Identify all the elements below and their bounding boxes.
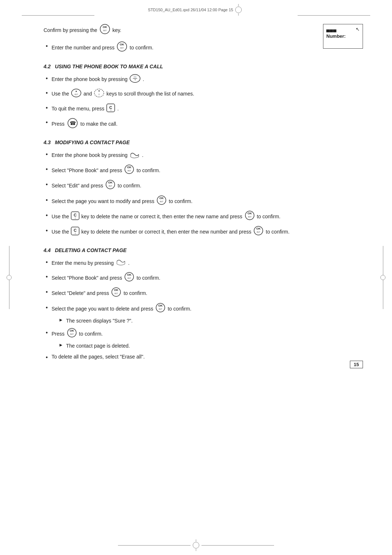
svg-text:OK: OK [114, 288, 118, 292]
page-container: STD150_AU_Ed01.qxd 26/11/04 12:00 Page 1… [0, 0, 392, 555]
svg-text:INT: INT [127, 277, 131, 279]
phonebook-icon: 📖 ⇅ [129, 74, 141, 85]
phone-number-label: Number: [326, 33, 360, 39]
svg-text:INT: INT [160, 200, 163, 203]
s44-bullet-5: Press OK INT to confirm. The contact pag… [44, 328, 363, 350]
c-button-icon-43-6: C ⎙ [71, 226, 79, 238]
main-content: ▄▄▄ ↖ Number: Confirm by pressing the OK… [0, 13, 392, 379]
svg-text:▼: ▼ [98, 90, 101, 92]
intro-confirm-text: Confirm by pressing the [44, 27, 97, 33]
c-button-icon-43-5: C ⎙ [71, 211, 79, 223]
svg-text:INT: INT [248, 216, 252, 218]
svg-text:≡: ≡ [99, 93, 100, 96]
ok-button-icon-44-4: OK INT [155, 303, 166, 315]
svg-text:INT: INT [74, 93, 78, 96]
reg-mark-bottom [193, 542, 199, 548]
svg-text:INT: INT [103, 29, 107, 32]
section-44-heading: 4.4 DELETING A CONTACT PAGE [44, 247, 363, 253]
svg-text:📖: 📖 [134, 75, 137, 78]
ok-button-icon: OK INT [99, 24, 110, 37]
svg-text:⇅: ⇅ [134, 78, 136, 81]
intro-bullet1-post: to confirm. [130, 45, 153, 50]
s43-bullet-4: Select the page you want to modify and p… [44, 195, 363, 208]
svg-text:OK: OK [159, 197, 164, 200]
svg-text:INT: INT [257, 231, 261, 233]
section-43-heading: 4.3 MODIFYING A CONTACT PAGE [44, 139, 363, 145]
ok-button-icon-43-3: OK INT [105, 179, 115, 192]
intro-confirm-key-text: key. [113, 27, 122, 33]
svg-text:INT: INT [121, 47, 124, 49]
reg-mark-top [235, 7, 242, 13]
svg-text:⎙: ⎙ [75, 232, 76, 234]
svg-text:INT: INT [127, 170, 131, 172]
s42-bullet-3: To quit the menu, press C ⎙ . [44, 103, 363, 115]
ok-button-icon-43-4: OK INT [156, 195, 167, 207]
s44-bullet-1: Enter the menu by pressing . [44, 258, 363, 269]
intro-confirm-line: Confirm by pressing the OK INT key. [44, 24, 363, 37]
svg-text:INT: INT [70, 333, 74, 335]
svg-text:OK: OK [158, 304, 163, 307]
s42-bullet-4: Press ☎ to make the call. [44, 118, 363, 131]
s44-bullet-4: Select the page you want to delete and p… [44, 303, 363, 325]
header-file-text: STD150_AU_Ed01.qxd 26/11/04 12:00 Page 1… [148, 8, 233, 12]
call-button-icon: ☎ [66, 118, 79, 131]
svg-text:OK: OK [120, 43, 124, 46]
section-44-bullets: Enter the menu by pressing . Select "Pho… [44, 258, 363, 361]
page-number: 15 [350, 361, 363, 368]
ok-button-icon-43-5: OK INT [245, 210, 255, 223]
s44-subbullet-5: The contact page is deleted. [60, 342, 363, 350]
s43-bullet-6: Use the C ⎙ key to delete the number or … [44, 226, 363, 238]
svg-text:▲: ▲ [75, 90, 78, 92]
signal-bars-icon: ▄▄▄ [326, 27, 336, 32]
phone-arrow-icon: ↖ [356, 27, 360, 32]
svg-text:OK: OK [103, 25, 107, 29]
scroll-up-icon: ▲ INT [71, 88, 82, 100]
ok-button-icon-43-6: OK INT [253, 226, 264, 238]
svg-text:⎙: ⎙ [75, 217, 76, 219]
s44-bullet-2: Select "Phone Book" and press OK INT to … [44, 272, 363, 284]
ok-button-icon-2: OK INT [117, 41, 127, 54]
s43-bullet-3: Select "Edit" and press OK INT to confir… [44, 180, 363, 192]
section-43-bullets: Enter the phone book by pressing . Selec… [44, 150, 363, 238]
svg-text:⎙: ⎙ [110, 109, 111, 111]
s44-subbullet-4: The screen displays "Sure ?". [60, 317, 363, 325]
s43-bullet-2: Select "Phone Book" and press OK INT to … [44, 165, 363, 177]
svg-text:OK: OK [70, 329, 74, 332]
svg-text:OK: OK [248, 212, 252, 215]
svg-text:OK: OK [108, 181, 113, 184]
intro-bullet-1: Enter the number and press OK INT to con… [44, 41, 363, 54]
svg-text:INT: INT [159, 308, 162, 310]
c-button-icon: C ⎙ [106, 103, 115, 115]
svg-text:OK: OK [256, 227, 261, 230]
s44-sub-5a: The contact page is deleted. [60, 342, 363, 350]
s43-bullet-1: Enter the phone book by pressing . [44, 150, 363, 161]
ok-button-icon-43-2: OK INT [124, 164, 134, 177]
top-bar: STD150_AU_Ed01.qxd 26/11/04 12:00 Page 1… [0, 0, 392, 13]
section-42-heading: 4.2 USING THE PHONE BOOK TO MAKE A CALL [44, 64, 363, 69]
intro-bullet1-pre: Enter the number and press [52, 45, 115, 50]
ok-button-icon-44-5: OK INT [67, 328, 77, 340]
ok-button-icon-44-3: OK INT [111, 287, 121, 299]
svg-text:INT: INT [115, 292, 118, 295]
ok-button-icon-44-2: OK INT [124, 272, 134, 284]
menu-wavy-icon-43-1 [129, 150, 140, 161]
svg-text:OK: OK [127, 166, 131, 169]
s44-bullet-3: Select "Delete" and press OK INT to conf… [44, 287, 363, 300]
svg-text:INT: INT [109, 185, 112, 187]
svg-text:☎: ☎ [69, 120, 75, 126]
s44-bullet-6: To delete all the pages, select "Erase a… [44, 353, 363, 361]
s43-bullet-5: Use the C ⎙ key to delete the name or co… [44, 211, 363, 223]
menu-wavy-icon-44-1 [115, 258, 126, 269]
bottom-bar [0, 542, 392, 548]
scroll-down-icon: ▼ ≡ [94, 88, 105, 100]
s42-bullet-2: Use the ▲ INT and ▼ ≡ [44, 88, 363, 100]
intro-bullets: Enter the number and press OK INT to con… [44, 41, 363, 54]
svg-text:OK: OK [127, 273, 131, 276]
section-42-bullets: Enter the phone book by pressing 📖 ⇅ . U… [44, 74, 363, 131]
s44-sub-4a: The screen displays "Sure ?". [60, 317, 363, 325]
s42-bullet-1: Enter the phone book by pressing 📖 ⇅ . [44, 74, 363, 85]
